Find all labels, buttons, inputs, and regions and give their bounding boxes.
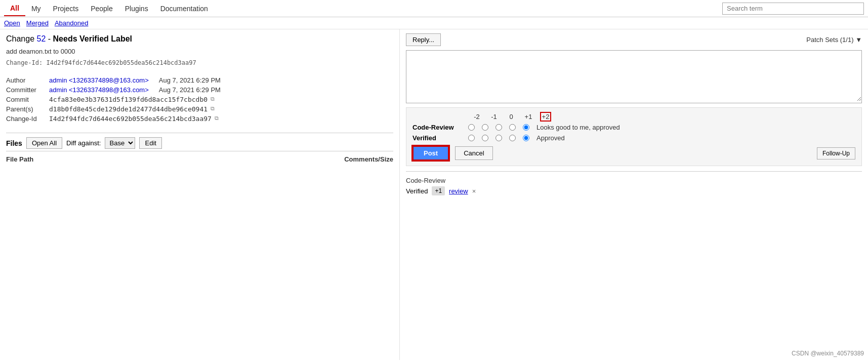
verified-radios	[468, 135, 529, 141]
nav-projects[interactable]: Projects	[47, 2, 85, 16]
commit-message: add deamon.txt to 0000	[6, 48, 393, 55]
change-separator: -	[48, 34, 53, 43]
review-info: Code-Review Verified +1 review ×	[406, 177, 862, 195]
committer-row: Committer admin <13263374898@163.com> Au…	[6, 86, 393, 94]
nav-all[interactable]: All	[4, 1, 25, 16]
meta-table: Author admin <13263374898@163.com> Aug 7…	[6, 76, 393, 123]
file-path-col: File Path	[6, 153, 33, 163]
change-number[interactable]: 52	[37, 34, 46, 43]
copy-commit-icon[interactable]: ⧉	[211, 96, 215, 102]
search-input[interactable]	[722, 3, 864, 15]
change-id-value: I4d2f94fdc7d644ec692b055dea56c214bcd3aa9…	[46, 59, 196, 66]
open-all-button[interactable]: Open All	[26, 137, 62, 149]
reply-button[interactable]: Reply...	[406, 33, 441, 46]
score-minus1: -1	[489, 113, 499, 121]
change-label: Needs Verified Label	[53, 34, 133, 43]
watermark: CSDN @weixin_40579389	[792, 350, 864, 357]
committer-value[interactable]: admin <13263374898@163.com>	[49, 86, 149, 94]
committer-date: Aug 7, 2021 6:29 PM	[159, 86, 240, 94]
commit-label: Commit	[6, 96, 49, 103]
committer-label: Committer	[6, 86, 49, 94]
verified-badge: +1	[432, 186, 445, 195]
comments-size-col: Comments/Size	[344, 153, 393, 163]
cr-radio-p2[interactable]	[523, 124, 529, 131]
dismiss-review-button[interactable]: ×	[472, 187, 476, 195]
author-date: Aug 7, 2021 6:29 PM	[159, 76, 240, 84]
patch-sets-dropdown[interactable]: Patch Sets (1/1) ▼	[806, 36, 862, 44]
voting-section: -2 -1 0 +1 +2 Code-Review Looks good to	[406, 107, 862, 166]
right-top-bar: Reply... Patch Sets (1/1) ▼	[406, 33, 862, 46]
code-review-info-label: Code-Review	[406, 177, 862, 184]
verified-vote-desc: Approved	[536, 134, 565, 142]
verified-info-row: Verified +1 review ×	[406, 186, 862, 195]
sub-tabs: Open Merged Abandoned	[0, 17, 868, 29]
code-review-row: Code-Review Looks good to me, approved	[412, 124, 855, 131]
verified-vote-label: Verified	[412, 134, 468, 142]
verified-row: Verified Approved	[412, 134, 855, 142]
change-title: Change 52 - Needs Verified Label	[6, 34, 393, 44]
files-section: Files Open All Diff against: Base Edit F…	[6, 133, 393, 165]
nav-people[interactable]: People	[85, 2, 119, 16]
tab-merged[interactable]: Merged	[26, 19, 49, 27]
parent-label: Parent(s)	[6, 105, 49, 113]
cr-radio-0[interactable]	[495, 124, 502, 131]
main-content: Change 52 - Needs Verified Label add dea…	[0, 29, 868, 360]
nav-links: All My Projects People Plugins Documenta…	[4, 1, 214, 16]
v-radio-m1[interactable]	[482, 135, 488, 141]
post-button[interactable]: Post	[412, 146, 449, 161]
copy-parent-icon[interactable]: ⧉	[211, 105, 215, 112]
author-value[interactable]: admin <13263374898@163.com>	[49, 76, 149, 84]
edit-button[interactable]: Edit	[139, 137, 161, 149]
parent-value: d18b0fd8e45cde129dde1d2477d44dbe96ce0941	[49, 105, 208, 113]
score-plus2: +2	[541, 113, 550, 121]
v-radio-p1[interactable]	[509, 135, 516, 141]
score-plus1: +1	[524, 113, 533, 121]
cancel-button[interactable]: Cancel	[455, 146, 492, 160]
v-radio-m2[interactable]	[468, 135, 475, 141]
search-area	[722, 3, 864, 15]
files-header: Files Open All Diff against: Base Edit	[6, 137, 393, 149]
change-id-line: Change-Id: I4d2f94fdc7d644ec692b055dea56…	[6, 59, 393, 66]
tab-abandoned[interactable]: Abandoned	[55, 19, 89, 27]
author-label: Author	[6, 76, 49, 84]
cr-radio-m1[interactable]	[482, 124, 488, 131]
tab-open[interactable]: Open	[4, 19, 20, 27]
change-id-prefix: Change-Id:	[6, 59, 43, 66]
code-review-desc: Looks good to me, approved	[536, 124, 620, 131]
v-radio-p2[interactable]	[523, 135, 529, 141]
cr-radio-p1[interactable]	[509, 124, 516, 131]
files-title: Files	[6, 139, 22, 147]
commit-row: Commit 4cfa83e0e3b37631d5f139fd6d8acc15f…	[6, 96, 393, 103]
code-review-radios	[468, 124, 529, 131]
parent-row: Parent(s) d18b0fd8e45cde129dde1d2477d44d…	[6, 105, 393, 113]
right-panel: Reply... Patch Sets (1/1) ▼ -2 -1 0 +1 +…	[400, 29, 868, 360]
code-review-label: Code-Review	[412, 124, 468, 131]
copy-changeid-icon[interactable]: ⧉	[215, 115, 219, 122]
score-minus2: -2	[472, 113, 481, 121]
diff-base-select[interactable]: Base	[105, 137, 135, 149]
nav-documentation[interactable]: Documentation	[154, 2, 214, 16]
nav-my[interactable]: My	[25, 2, 47, 16]
changeid-row: Change-Id I4d2f94fdc7d644ec692b055dea56c…	[6, 115, 393, 123]
v-radio-0[interactable]	[495, 135, 502, 141]
review-divider	[406, 171, 862, 172]
nav-plugins[interactable]: Plugins	[119, 2, 154, 16]
verified-info-label: Verified	[406, 187, 428, 195]
changeid-label: Change-Id	[6, 115, 49, 123]
author-row: Author admin <13263374898@163.com> Aug 7…	[6, 76, 393, 84]
cr-radio-m2[interactable]	[468, 124, 475, 131]
reply-textarea[interactable]	[406, 51, 861, 101]
left-panel: Change 52 - Needs Verified Label add dea…	[0, 29, 400, 360]
reply-box	[406, 50, 862, 103]
change-prefix: Change	[6, 34, 34, 43]
commit-value: 4cfa83e0e3b37631d5f139fd6d8acc15f7cbcdb0	[49, 96, 208, 103]
top-navigation: All My Projects People Plugins Documenta…	[0, 0, 868, 17]
score-zero: 0	[507, 113, 516, 121]
followup-button[interactable]: Follow-Up	[817, 147, 855, 159]
changeid-value: I4d2f94fdc7d644ec692b055dea56c214bcd3aa9…	[49, 115, 212, 123]
review-link[interactable]: review	[449, 187, 468, 195]
diff-against-label: Diff against:	[66, 139, 101, 147]
